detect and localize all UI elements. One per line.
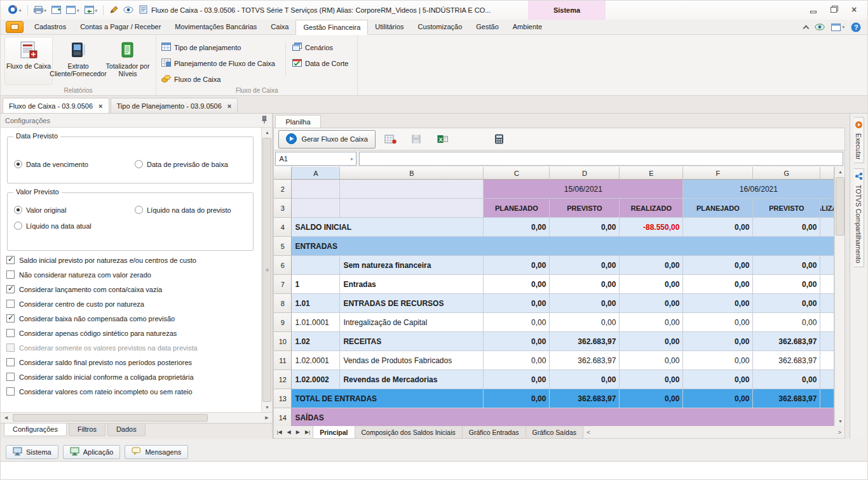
grid-corner-cell[interactable] xyxy=(274,167,292,180)
value-cell[interactable]: 0,00 xyxy=(683,313,753,332)
sheet-tab-grafico-entradas[interactable]: Gráfico Entradas xyxy=(463,426,526,438)
value-cell[interactable]: 0,00 xyxy=(683,218,753,237)
row-header-14[interactable]: 14 xyxy=(274,408,292,426)
value-cell[interactable]: 0,00 xyxy=(484,351,550,370)
row-header-2[interactable]: 2 xyxy=(274,180,292,199)
column-header-C[interactable]: C xyxy=(484,167,550,180)
scroll-track[interactable] xyxy=(11,413,261,423)
checkbox-considerar-saldo-final-previsto-nos-periodos-posteriores[interactable]: Considerar saldo final previsto nos perí… xyxy=(6,358,198,366)
value-cell[interactable]: 0,00 xyxy=(484,218,550,237)
close-button[interactable]: × xyxy=(850,5,858,14)
value-header-cell[interactable]: PLANEJADO xyxy=(484,199,550,218)
window-navigate-button[interactable]: ▾ xyxy=(83,4,100,17)
cell[interactable] xyxy=(292,180,340,199)
cell[interactable] xyxy=(820,389,834,408)
cell[interactable] xyxy=(820,294,834,313)
code-cell[interactable] xyxy=(292,256,340,275)
menu-tab-caixa[interactable]: Caixa xyxy=(264,20,295,34)
description-cell[interactable]: Entradas xyxy=(340,275,484,294)
close-tab-icon[interactable]: × xyxy=(98,102,102,110)
value-cell[interactable]: 0,00 xyxy=(753,313,820,332)
fluxo-de-caixa-report-button[interactable]: Fluxo de Caixa xyxy=(4,37,53,85)
value-cell[interactable]: 0,00 xyxy=(620,313,683,332)
value-cell[interactable]: 0,00 xyxy=(484,389,550,408)
side-tab-executar[interactable]: Executar xyxy=(854,117,864,163)
value-cell[interactable]: 0,00 xyxy=(550,275,620,294)
vision-button[interactable] xyxy=(815,23,825,30)
collapse-ribbon-button[interactable] xyxy=(804,24,808,30)
column-header-partial[interactable] xyxy=(820,167,834,180)
value-cell[interactable]: 0,00 xyxy=(550,218,620,237)
print-button[interactable]: ▾ xyxy=(32,4,49,17)
planilha-tab[interactable]: Planilha xyxy=(275,115,320,128)
sheet-vertical-scrollbar[interactable]: ▲ ▼ xyxy=(834,167,845,426)
scrollbar-thumb[interactable] xyxy=(836,177,844,236)
row-header-11[interactable]: 11 xyxy=(274,351,292,370)
scrollbar-thumb[interactable] xyxy=(13,414,208,422)
checkbox-nao-considerar-natureza-com-valor-zerado[interactable]: Não considerar natureza com valor zerado xyxy=(6,270,198,279)
data-de-corte-button[interactable]: Data de Corte xyxy=(291,58,353,69)
config-tab-configuracoes[interactable]: Configurações xyxy=(4,423,67,436)
value-cell[interactable]: 0,00 xyxy=(620,351,683,370)
status-sistema-button[interactable]: Sistema xyxy=(6,445,58,459)
menu-tab-ambiente[interactable]: Ambiente xyxy=(506,20,549,34)
date-header-cell[interactable]: 16/06/2021 xyxy=(683,180,834,199)
edit-button[interactable] xyxy=(107,4,120,17)
value-cell[interactable]: 362.683,97 xyxy=(753,332,820,351)
formula-input[interactable] xyxy=(359,152,843,166)
checkbox-considerar-apenas-codigo-sintetico-para-naturezas[interactable]: Considerar apenas código sintético para … xyxy=(6,329,198,337)
pin-icon[interactable] xyxy=(261,116,268,125)
value-cell[interactable]: 0,00 xyxy=(753,370,820,389)
value-cell[interactable]: 0,00 xyxy=(753,294,820,313)
close-tab-icon[interactable]: × xyxy=(227,102,231,110)
row-header-10[interactable]: 10 xyxy=(274,332,292,351)
value-cell[interactable]: 362.683,97 xyxy=(550,389,620,408)
description-cell[interactable]: ENTRADAS DE RECURSOS xyxy=(340,294,484,313)
column-header-B[interactable]: B xyxy=(340,167,484,180)
sheet-nav-next-button[interactable]: ▶ xyxy=(294,429,302,435)
code-cell[interactable]: 1 xyxy=(292,275,340,294)
sheet-tab-composicao-dos-saldos-iniciais[interactable]: Composição dos Saldos Iniciais xyxy=(355,426,463,438)
row-header-6[interactable]: 6 xyxy=(274,256,292,275)
help-button[interactable]: ? xyxy=(851,22,861,32)
document-tab-fluxo-de-caixa-03-9-0506[interactable]: Fluxo de Caixa - 03.9.0506× xyxy=(3,98,109,113)
status-mensagens-button[interactable]: Mensagens xyxy=(125,445,188,459)
cell[interactable] xyxy=(820,332,834,351)
scroll-up-button[interactable]: ▲ xyxy=(835,167,845,177)
radio-liquido-na-data-atual[interactable]: Líquido na data atual xyxy=(14,222,135,230)
checkbox-considerar-centro-de-custo-por-natureza[interactable]: Considerar centro de custo por natureza xyxy=(6,300,198,308)
row-header-13[interactable]: 13 xyxy=(274,389,292,408)
view-button[interactable] xyxy=(121,5,135,16)
code-cell[interactable]: 1.02 xyxy=(292,332,340,351)
value-cell[interactable]: 0,00 xyxy=(620,370,683,389)
value-cell[interactable]: 0,00 xyxy=(620,275,683,294)
row-label-cell[interactable]: TOTAL DE ENTRADAS xyxy=(292,389,484,408)
code-cell[interactable]: 1.01 xyxy=(292,294,340,313)
sheet-nav-first-button[interactable]: |◀ xyxy=(274,429,284,435)
value-header-cell[interactable]: PLANEJADO xyxy=(683,199,753,218)
minimize-button[interactable] xyxy=(809,5,818,14)
column-header-G[interactable]: G xyxy=(753,167,820,180)
status-aplicacao-button[interactable]: Aplicação xyxy=(63,445,121,459)
row-header-7[interactable]: 7 xyxy=(274,275,292,294)
menu-tab-gestao[interactable]: Gestão xyxy=(469,20,505,34)
cell-reference-box[interactable]: A1 ▾ xyxy=(275,152,356,166)
config-tab-filtros[interactable]: Filtros xyxy=(69,423,105,436)
value-cell[interactable]: 0,00 xyxy=(620,294,683,313)
checkbox-considerar-somente-os-valores-previstos-na-data-prevista[interactable]: Considerar somente os valores previstos … xyxy=(6,343,198,352)
tipo-de-planejamento-button[interactable]: Tipo de planejamento xyxy=(160,42,280,53)
value-cell[interactable]: 0,00 xyxy=(550,294,620,313)
value-header-cell[interactable]: REALIZADO xyxy=(620,199,683,218)
value-cell[interactable]: 0,00 xyxy=(620,389,683,408)
section-label-cell[interactable]: ENTRADAS xyxy=(292,237,834,256)
value-cell[interactable]: 0,00 xyxy=(484,256,550,275)
restore-button[interactable] xyxy=(829,5,838,14)
value-header-cell[interactable]: PREVISTO xyxy=(550,199,620,218)
code-cell[interactable]: 1.02.0001 xyxy=(292,351,340,370)
cell[interactable] xyxy=(820,351,834,370)
scroll-track[interactable] xyxy=(593,426,834,438)
sheet-tab-principal[interactable]: Principal xyxy=(313,426,355,438)
value-cell[interactable]: 0,00 xyxy=(683,351,753,370)
section-label-cell[interactable]: SAÍDAS xyxy=(292,408,834,426)
sheet-nav-last-button[interactable]: ▶| xyxy=(302,429,313,435)
